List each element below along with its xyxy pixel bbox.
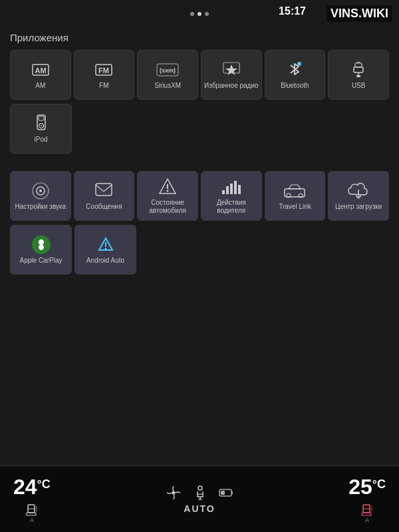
seat-heat-right-icon (360, 502, 374, 517)
watermark-badge: VINS.WIKI (327, 5, 392, 22)
tile-download-center[interactable]: Центр загрузки (328, 171, 389, 221)
svg-rect-9 (354, 67, 363, 72)
svg-point-24 (167, 190, 169, 192)
svg-point-8 (297, 62, 301, 66)
favorites-icon (222, 61, 241, 79)
am-label: AM (35, 82, 45, 90)
svg-point-44 (172, 491, 176, 494)
tile-messages[interactable]: Сообщения (74, 171, 135, 221)
download-center-icon (348, 182, 369, 200)
tile-driver-actions[interactable]: Действия водителя (201, 171, 262, 221)
fm-label: FM (99, 82, 108, 90)
svg-point-17 (41, 125, 42, 126)
vehicle-status-icon (158, 178, 178, 196)
svg-marker-31 (289, 185, 301, 189)
fan-icon[interactable] (166, 485, 182, 501)
tile-android-auto[interactable]: Android Auto (74, 225, 136, 275)
ipod-icon (35, 114, 48, 133)
svg-text:FM: FM (99, 66, 110, 74)
battery-climate-icon (219, 488, 233, 497)
sound-settings-icon (31, 182, 50, 200)
messages-label: Сообщения (86, 203, 122, 211)
climate-center: AUTO (166, 485, 233, 514)
svg-rect-26 (226, 186, 229, 194)
connectivity-grid: Apple CarPlay Android Auto (10, 225, 136, 275)
climate-bar: 24°C A (0, 466, 399, 532)
bluetooth-label: Bluetooth (281, 82, 309, 90)
seat-heat-left-icon (25, 502, 39, 517)
seat-heat-right-label: A (365, 517, 369, 523)
tile-usb[interactable]: USB (328, 50, 389, 100)
svg-point-20 (39, 190, 42, 192)
status-dots (190, 12, 209, 16)
svg-rect-25 (222, 190, 225, 194)
dot-2 (198, 12, 201, 16)
svg-rect-21 (96, 184, 112, 196)
tile-siriusxm[interactable]: (sxm) SiriusXM (137, 50, 198, 100)
fm-icon: FM (94, 61, 113, 79)
driver-actions-icon (221, 178, 241, 196)
favorites-label: Избранное радио (204, 82, 259, 90)
time-display: 15:17 (279, 5, 306, 17)
tile-ipod[interactable]: iPod (10, 104, 72, 154)
am-icon: AM (31, 61, 50, 79)
siriusxm-icon: (sxm) (156, 61, 179, 79)
svg-text:(sxm): (sxm) (160, 67, 176, 74)
bluetooth-icon (287, 61, 302, 79)
vehicle-status-label: Состояние автомобиля (140, 199, 195, 215)
apple-carplay-icon (32, 235, 51, 254)
svg-rect-50 (231, 491, 233, 494)
feature-app-grid: Настройки звука Сообщения Состояние а (10, 171, 389, 221)
tile-bluetooth[interactable]: Bluetooth (265, 50, 326, 100)
travel-link-label: Travel Link (279, 203, 311, 211)
svg-rect-30 (285, 189, 305, 197)
tile-sound-settings[interactable]: Настройки звука (10, 171, 71, 221)
seat-heat-left-label: A (30, 517, 34, 523)
siriusxm-label: SiriusXM (154, 82, 181, 90)
svg-text:AM: AM (35, 66, 46, 74)
airflow-icon[interactable] (192, 485, 208, 501)
svg-point-37 (104, 247, 106, 249)
tile-travel-link[interactable]: Travel Link (265, 171, 326, 221)
ipod-grid: iPod (10, 104, 136, 154)
svg-rect-40 (27, 513, 36, 515)
main-content: Приложения AM AM FM FM (0, 25, 399, 466)
tile-vehicle-status[interactable]: Состояние автомобиля (137, 171, 198, 221)
apple-carplay-label: Apple CarPlay (20, 257, 63, 265)
dot-3 (205, 12, 209, 16)
svg-rect-27 (230, 184, 233, 194)
sound-settings-label: Настройки звука (15, 203, 66, 211)
driver-actions-label: Действия водителя (204, 199, 259, 215)
tile-am[interactable]: AM AM (10, 50, 71, 100)
ipod-label: iPod (34, 136, 47, 144)
travel-link-icon (283, 182, 306, 200)
android-auto-icon (96, 235, 115, 254)
dot-1 (190, 12, 194, 16)
svg-rect-10 (355, 63, 362, 67)
svg-rect-54 (362, 513, 371, 515)
svg-rect-13 (356, 75, 360, 77)
climate-mode-label: AUTO (184, 503, 215, 514)
download-center-label: Центр загрузки (335, 203, 382, 211)
tile-apple-carplay[interactable]: Apple CarPlay (10, 225, 72, 275)
media-app-grid: AM AM FM FM (sxm) SiriusXM (10, 50, 389, 100)
messages-icon (94, 182, 113, 200)
svg-rect-29 (238, 185, 241, 194)
tile-fm[interactable]: FM FM (74, 50, 135, 100)
section-title: Приложения (10, 32, 389, 43)
temp-right: 25°C (348, 475, 386, 499)
temp-left: 24°C (13, 475, 51, 499)
usb-icon (348, 61, 368, 79)
usb-label: USB (352, 82, 366, 90)
svg-rect-51 (221, 491, 225, 495)
svg-point-45 (198, 486, 202, 490)
svg-rect-28 (234, 181, 237, 194)
svg-rect-15 (39, 116, 44, 120)
tile-favorites[interactable]: Избранное радио (201, 50, 262, 100)
android-auto-label: Android Auto (86, 257, 124, 265)
